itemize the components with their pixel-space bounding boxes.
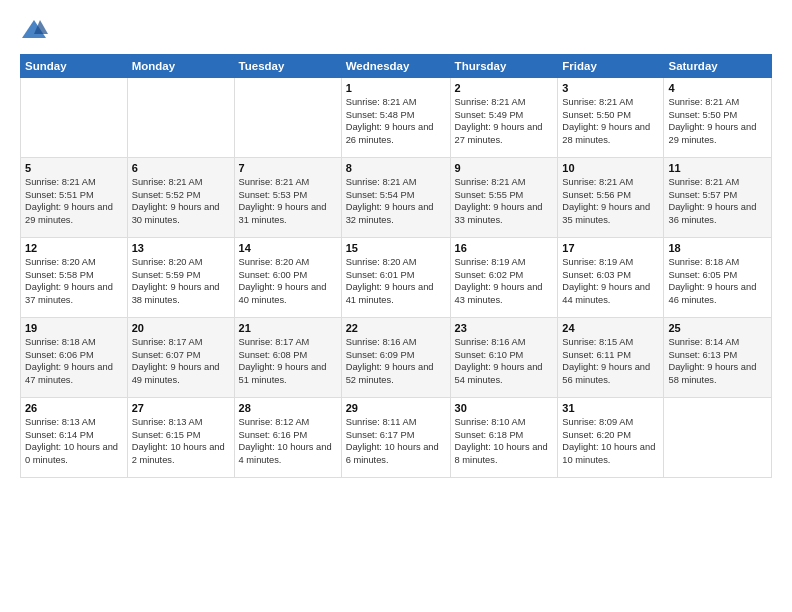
day-info: Sunrise: 8:21 AMSunset: 5:50 PMDaylight:… (562, 96, 659, 146)
day-info: Sunrise: 8:21 AMSunset: 5:57 PMDaylight:… (668, 176, 767, 226)
day-number: 10 (562, 162, 659, 174)
day-number: 18 (668, 242, 767, 254)
week-row-2: 5Sunrise: 8:21 AMSunset: 5:51 PMDaylight… (21, 158, 772, 238)
day-info: Sunrise: 8:13 AMSunset: 6:14 PMDaylight:… (25, 416, 123, 466)
calendar-cell: 8Sunrise: 8:21 AMSunset: 5:54 PMDaylight… (341, 158, 450, 238)
day-info: Sunrise: 8:21 AMSunset: 5:48 PMDaylight:… (346, 96, 446, 146)
day-info: Sunrise: 8:21 AMSunset: 5:55 PMDaylight:… (455, 176, 554, 226)
calendar-cell: 14Sunrise: 8:20 AMSunset: 6:00 PMDayligh… (234, 238, 341, 318)
calendar-cell: 6Sunrise: 8:21 AMSunset: 5:52 PMDaylight… (127, 158, 234, 238)
calendar-cell (127, 78, 234, 158)
page: SundayMondayTuesdayWednesdayThursdayFrid… (0, 0, 792, 612)
day-info: Sunrise: 8:17 AMSunset: 6:07 PMDaylight:… (132, 336, 230, 386)
calendar-cell (664, 398, 772, 478)
day-info: Sunrise: 8:21 AMSunset: 5:49 PMDaylight:… (455, 96, 554, 146)
calendar-cell (21, 78, 128, 158)
day-number: 29 (346, 402, 446, 414)
calendar-cell: 22Sunrise: 8:16 AMSunset: 6:09 PMDayligh… (341, 318, 450, 398)
day-number: 6 (132, 162, 230, 174)
day-info: Sunrise: 8:21 AMSunset: 5:56 PMDaylight:… (562, 176, 659, 226)
day-info: Sunrise: 8:21 AMSunset: 5:52 PMDaylight:… (132, 176, 230, 226)
day-number: 24 (562, 322, 659, 334)
weekday-header-saturday: Saturday (664, 55, 772, 78)
calendar-cell: 23Sunrise: 8:16 AMSunset: 6:10 PMDayligh… (450, 318, 558, 398)
day-number: 26 (25, 402, 123, 414)
calendar-cell: 24Sunrise: 8:15 AMSunset: 6:11 PMDayligh… (558, 318, 664, 398)
day-info: Sunrise: 8:09 AMSunset: 6:20 PMDaylight:… (562, 416, 659, 466)
day-info: Sunrise: 8:10 AMSunset: 6:18 PMDaylight:… (455, 416, 554, 466)
day-info: Sunrise: 8:14 AMSunset: 6:13 PMDaylight:… (668, 336, 767, 386)
weekday-header-thursday: Thursday (450, 55, 558, 78)
calendar-cell: 1Sunrise: 8:21 AMSunset: 5:48 PMDaylight… (341, 78, 450, 158)
day-info: Sunrise: 8:15 AMSunset: 6:11 PMDaylight:… (562, 336, 659, 386)
day-info: Sunrise: 8:21 AMSunset: 5:54 PMDaylight:… (346, 176, 446, 226)
day-number: 30 (455, 402, 554, 414)
calendar-cell: 11Sunrise: 8:21 AMSunset: 5:57 PMDayligh… (664, 158, 772, 238)
day-info: Sunrise: 8:20 AMSunset: 5:59 PMDaylight:… (132, 256, 230, 306)
calendar-cell: 13Sunrise: 8:20 AMSunset: 5:59 PMDayligh… (127, 238, 234, 318)
day-number: 22 (346, 322, 446, 334)
calendar-cell: 2Sunrise: 8:21 AMSunset: 5:49 PMDaylight… (450, 78, 558, 158)
calendar-cell: 9Sunrise: 8:21 AMSunset: 5:55 PMDaylight… (450, 158, 558, 238)
calendar-cell: 31Sunrise: 8:09 AMSunset: 6:20 PMDayligh… (558, 398, 664, 478)
day-info: Sunrise: 8:16 AMSunset: 6:09 PMDaylight:… (346, 336, 446, 386)
day-number: 20 (132, 322, 230, 334)
day-info: Sunrise: 8:21 AMSunset: 5:53 PMDaylight:… (239, 176, 337, 226)
calendar-cell: 28Sunrise: 8:12 AMSunset: 6:16 PMDayligh… (234, 398, 341, 478)
weekday-header-monday: Monday (127, 55, 234, 78)
logo-icon (20, 16, 48, 44)
week-row-5: 26Sunrise: 8:13 AMSunset: 6:14 PMDayligh… (21, 398, 772, 478)
calendar-cell: 20Sunrise: 8:17 AMSunset: 6:07 PMDayligh… (127, 318, 234, 398)
day-number: 5 (25, 162, 123, 174)
day-info: Sunrise: 8:21 AMSunset: 5:51 PMDaylight:… (25, 176, 123, 226)
day-number: 16 (455, 242, 554, 254)
day-number: 19 (25, 322, 123, 334)
calendar-cell: 10Sunrise: 8:21 AMSunset: 5:56 PMDayligh… (558, 158, 664, 238)
day-number: 2 (455, 82, 554, 94)
calendar-cell: 26Sunrise: 8:13 AMSunset: 6:14 PMDayligh… (21, 398, 128, 478)
calendar-cell: 21Sunrise: 8:17 AMSunset: 6:08 PMDayligh… (234, 318, 341, 398)
day-info: Sunrise: 8:20 AMSunset: 5:58 PMDaylight:… (25, 256, 123, 306)
calendar-cell: 29Sunrise: 8:11 AMSunset: 6:17 PMDayligh… (341, 398, 450, 478)
day-number: 23 (455, 322, 554, 334)
weekday-header-sunday: Sunday (21, 55, 128, 78)
day-number: 14 (239, 242, 337, 254)
calendar-cell: 5Sunrise: 8:21 AMSunset: 5:51 PMDaylight… (21, 158, 128, 238)
day-number: 25 (668, 322, 767, 334)
day-number: 28 (239, 402, 337, 414)
day-number: 27 (132, 402, 230, 414)
day-number: 13 (132, 242, 230, 254)
calendar-cell: 27Sunrise: 8:13 AMSunset: 6:15 PMDayligh… (127, 398, 234, 478)
day-info: Sunrise: 8:21 AMSunset: 5:50 PMDaylight:… (668, 96, 767, 146)
day-number: 11 (668, 162, 767, 174)
calendar-cell: 25Sunrise: 8:14 AMSunset: 6:13 PMDayligh… (664, 318, 772, 398)
week-row-4: 19Sunrise: 8:18 AMSunset: 6:06 PMDayligh… (21, 318, 772, 398)
day-number: 21 (239, 322, 337, 334)
day-number: 12 (25, 242, 123, 254)
calendar-cell: 18Sunrise: 8:18 AMSunset: 6:05 PMDayligh… (664, 238, 772, 318)
logo (20, 16, 52, 44)
weekday-header-row: SundayMondayTuesdayWednesdayThursdayFrid… (21, 55, 772, 78)
weekday-header-friday: Friday (558, 55, 664, 78)
day-number: 17 (562, 242, 659, 254)
day-info: Sunrise: 8:19 AMSunset: 6:03 PMDaylight:… (562, 256, 659, 306)
calendar-table: SundayMondayTuesdayWednesdayThursdayFrid… (20, 54, 772, 478)
day-number: 31 (562, 402, 659, 414)
week-row-1: 1Sunrise: 8:21 AMSunset: 5:48 PMDaylight… (21, 78, 772, 158)
weekday-header-wednesday: Wednesday (341, 55, 450, 78)
day-info: Sunrise: 8:12 AMSunset: 6:16 PMDaylight:… (239, 416, 337, 466)
calendar-cell: 4Sunrise: 8:21 AMSunset: 5:50 PMDaylight… (664, 78, 772, 158)
day-info: Sunrise: 8:18 AMSunset: 6:06 PMDaylight:… (25, 336, 123, 386)
day-info: Sunrise: 8:11 AMSunset: 6:17 PMDaylight:… (346, 416, 446, 466)
day-info: Sunrise: 8:13 AMSunset: 6:15 PMDaylight:… (132, 416, 230, 466)
calendar-cell: 17Sunrise: 8:19 AMSunset: 6:03 PMDayligh… (558, 238, 664, 318)
calendar-cell: 3Sunrise: 8:21 AMSunset: 5:50 PMDaylight… (558, 78, 664, 158)
day-info: Sunrise: 8:18 AMSunset: 6:05 PMDaylight:… (668, 256, 767, 306)
day-info: Sunrise: 8:20 AMSunset: 6:00 PMDaylight:… (239, 256, 337, 306)
day-number: 8 (346, 162, 446, 174)
day-number: 1 (346, 82, 446, 94)
day-number: 4 (668, 82, 767, 94)
day-number: 9 (455, 162, 554, 174)
calendar-cell: 12Sunrise: 8:20 AMSunset: 5:58 PMDayligh… (21, 238, 128, 318)
day-number: 15 (346, 242, 446, 254)
